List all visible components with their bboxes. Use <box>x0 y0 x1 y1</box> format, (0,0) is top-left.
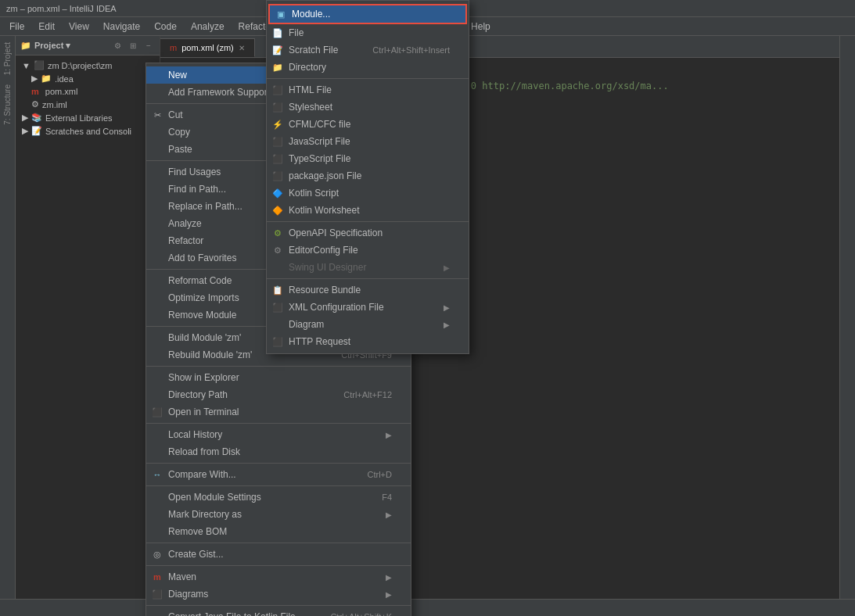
submenu-label-directory: Directory <box>289 62 326 73</box>
submenu-item-editorconfig[interactable]: ⚙ EditorConfig File <box>267 242 469 259</box>
ctx-label-copy: Copy <box>168 127 190 138</box>
ctx-shortcut-compare-with: Ctrl+D <box>368 470 392 479</box>
ctx-item-show-explorer[interactable]: Show in Explorer <box>146 369 411 386</box>
js-submenu-icon: ⬛ <box>271 135 284 148</box>
cut-icon: ✂ <box>151 109 163 121</box>
submenu-item-scratch-file[interactable]: 📝 Scratch File Ctrl+Alt+Shift+Insert <box>267 41 469 59</box>
css-submenu-icon: ⬛ <box>271 101 284 113</box>
maven-ctx-icon: m <box>151 571 163 583</box>
resource-bundle-icon: 📋 <box>271 284 284 296</box>
submenu-label-http-request: HTTP Request <box>289 336 350 347</box>
submenu-item-kotlin-script[interactable]: 🔷 Kotlin Script <box>267 184 469 202</box>
ctx-label-open-module-settings: Open Module Settings <box>168 492 261 503</box>
submenu-item-directory[interactable]: 📁 Directory <box>267 59 469 76</box>
file-submenu-icon: 📄 <box>271 27 284 39</box>
ctx-item-compare-with[interactable]: ↔ Compare With... Ctrl+D <box>146 466 411 483</box>
editorconfig-icon: ⚙ <box>271 244 284 256</box>
submenu-item-xml-config[interactable]: ⬛ XML Configuration File ▶ <box>267 299 469 316</box>
ctx-shortcut-convert-java: Ctrl+Alt+Shift+K <box>330 612 392 616</box>
npm-submenu-icon: ⬛ <box>271 170 284 182</box>
ctx-label-refactor: Refactor <box>168 235 203 246</box>
submenu-item-http-request[interactable]: ⬛ HTTP Request <box>267 333 469 350</box>
ctx-label-analyze: Analyze <box>168 218 202 229</box>
ctx-label-new: New <box>168 70 187 81</box>
ctx-item-reload-disk[interactable]: Reload from Disk <box>146 443 411 460</box>
menu-overlay: New ▶ Add Framework Support... ✂ Cut Ctr… <box>0 0 855 616</box>
submenu-arrow-swing: ▶ <box>444 263 450 272</box>
ctx-sep-7 <box>146 463 411 464</box>
ctx-item-diagrams[interactable]: ⬛ Diagrams ▶ <box>146 586 411 603</box>
openapi-icon: ⚙ <box>271 227 284 239</box>
ctx-label-build-module: Build Module 'zm' <box>168 332 241 343</box>
submenu-item-packagejson[interactable]: ⬛ package.json File <box>267 167 469 184</box>
ctx-sep-11 <box>146 605 411 606</box>
submenu-sep-1 <box>267 78 469 79</box>
ctx-arrow-diagrams: ▶ <box>386 590 392 599</box>
submenu-item-typescript[interactable]: ⬛ TypeScript File <box>267 150 469 167</box>
ctx-label-cut: Cut <box>168 109 183 120</box>
submenu-arrow-diagram: ▶ <box>444 321 450 329</box>
submenu-item-resource-bundle[interactable]: 📋 Resource Bundle <box>267 281 469 299</box>
ctx-arrow-mark-directory: ▶ <box>386 510 392 519</box>
submenu-shortcut-scratch: Ctrl+Alt+Shift+Insert <box>372 45 450 55</box>
ctx-sep-6 <box>146 423 411 424</box>
submenu-sep-2 <box>267 221 469 222</box>
ctx-item-create-gist[interactable]: ◎ Create Gist... <box>146 546 411 563</box>
ctx-arrow-maven: ▶ <box>386 573 392 582</box>
ctx-item-mark-directory[interactable]: Mark Directory as ▶ <box>146 506 411 523</box>
ctx-label-maven: Maven <box>168 571 196 582</box>
ctx-sep-8 <box>146 485 411 486</box>
ctx-sep-5 <box>146 366 411 367</box>
submenu-item-file[interactable]: 📄 File <box>267 24 469 41</box>
submenu-item-swing: Swing UI Designer ▶ <box>267 259 469 276</box>
ctx-label-compare-with: Compare With... <box>168 469 236 480</box>
submenu-label-scratch-file: Scratch File <box>289 45 338 56</box>
submenu-label-stylesheet: Stylesheet <box>289 102 332 113</box>
ctx-item-maven[interactable]: m Maven ▶ <box>146 568 411 586</box>
submenu-label-file: File <box>289 27 304 38</box>
ctx-label-replace-in-path: Replace in Path... <box>168 201 242 212</box>
html-submenu-icon: ⬛ <box>271 84 284 96</box>
ctx-label-optimize-imports: Optimize Imports <box>168 292 239 303</box>
ctx-label-directory-path: Directory Path <box>168 389 228 400</box>
ctx-shortcut-directory-path: Ctrl+Alt+F12 <box>343 390 392 399</box>
submenu-label-resource-bundle: Resource Bundle <box>289 285 361 295</box>
submenu-label-kotlin-script: Kotlin Script <box>289 188 339 199</box>
submenu-label-kotlin-worksheet: Kotlin Worksheet <box>289 205 360 216</box>
submenu-label-typescript: TypeScript File <box>289 153 350 164</box>
ctx-label-local-history: Local History <box>168 429 222 440</box>
submenu-label-xml-config: XML Configuration File <box>289 302 384 313</box>
ctx-label-paste: Paste <box>168 144 192 155</box>
kotlin-script-icon: 🔷 <box>271 187 284 199</box>
ctx-item-directory-path[interactable]: Directory Path Ctrl+Alt+F12 <box>146 386 411 403</box>
submenu-item-html[interactable]: ⬛ HTML File <box>267 81 469 98</box>
github-icon: ◎ <box>151 548 163 560</box>
submenu-item-stylesheet[interactable]: ⬛ Stylesheet <box>267 98 469 116</box>
submenu-item-openapi[interactable]: ⚙ OpenAPI Specification <box>267 224 469 242</box>
ctx-label-add-favorites: Add to Favorites <box>168 252 236 263</box>
http-request-icon: ⬛ <box>271 335 284 348</box>
ctx-sep-10 <box>146 565 411 566</box>
ctx-label-create-gist: Create Gist... <box>168 549 224 560</box>
submenu-item-module[interactable]: ▣ Module... <box>268 4 467 24</box>
ctx-item-open-module-settings[interactable]: Open Module Settings F4 <box>146 489 411 506</box>
ctx-item-open-terminal[interactable]: ⬛ Open in Terminal <box>146 403 411 421</box>
ctx-item-local-history[interactable]: Local History ▶ <box>146 426 411 443</box>
xml-config-icon: ⬛ <box>271 301 284 313</box>
ctx-label-rebuild-module: Rebuild Module 'zm' <box>168 349 252 360</box>
ctx-item-remove-bom[interactable]: Remove BOM <box>146 523 411 540</box>
ts-submenu-icon: ⬛ <box>271 152 284 165</box>
submenu-label-packagejson: package.json File <box>289 170 361 181</box>
cfml-submenu-icon: ⚡ <box>271 118 284 131</box>
submenu-item-javascript[interactable]: ⬛ JavaScript File <box>267 133 469 150</box>
submenu-item-kotlin-worksheet[interactable]: 🔶 Kotlin Worksheet <box>267 202 469 219</box>
ctx-label-reload-disk: Reload from Disk <box>168 446 240 457</box>
ctx-arrow-local-history: ▶ <box>386 431 392 439</box>
ctx-item-convert-java[interactable]: Convert Java File to Kotlin File Ctrl+Al… <box>146 608 411 616</box>
submenu-item-diagram[interactable]: Diagram ▶ <box>267 316 469 333</box>
ctx-sep-9 <box>146 543 411 543</box>
submenu-label-editorconfig: EditorConfig File <box>289 245 358 256</box>
submenu-item-cfml[interactable]: ⚡ CFML/CFC file <box>267 116 469 133</box>
submenu-label-diagram: Diagram <box>289 319 324 330</box>
submenu-label-cfml: CFML/CFC file <box>289 119 350 130</box>
